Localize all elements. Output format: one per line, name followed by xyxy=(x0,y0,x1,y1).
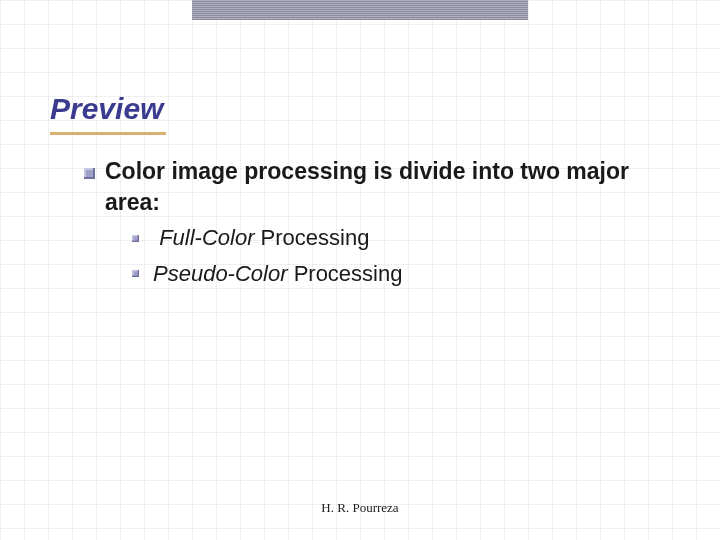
top-decorative-bar xyxy=(192,0,528,20)
square-bullet-icon xyxy=(84,168,95,179)
main-bullet-text: Color image processing is divide into tw… xyxy=(105,156,670,218)
sub-bullet-text: Pseudo-Color Processing xyxy=(153,258,402,290)
sub-bullet-text: Full-Color Processing xyxy=(153,222,369,254)
square-bullet-icon xyxy=(132,235,139,242)
slide-title: Preview xyxy=(50,92,163,126)
svg-rect-14 xyxy=(138,270,139,277)
footer-author: H. R. Pourreza xyxy=(0,500,720,516)
list-item: Full-Color Processing xyxy=(132,222,670,254)
square-bullet-icon xyxy=(132,270,139,277)
title-underline-accent xyxy=(50,132,166,135)
main-bullet-row: Color image processing is divide into tw… xyxy=(84,156,670,218)
svg-rect-4 xyxy=(93,168,95,179)
list-item: Pseudo-Color Processing xyxy=(132,258,670,290)
sub-bullet-list: Full-Color Processing Pseudo-Color Proce… xyxy=(132,222,670,290)
svg-rect-9 xyxy=(138,235,139,242)
content-area: Color image processing is divide into tw… xyxy=(84,156,670,294)
